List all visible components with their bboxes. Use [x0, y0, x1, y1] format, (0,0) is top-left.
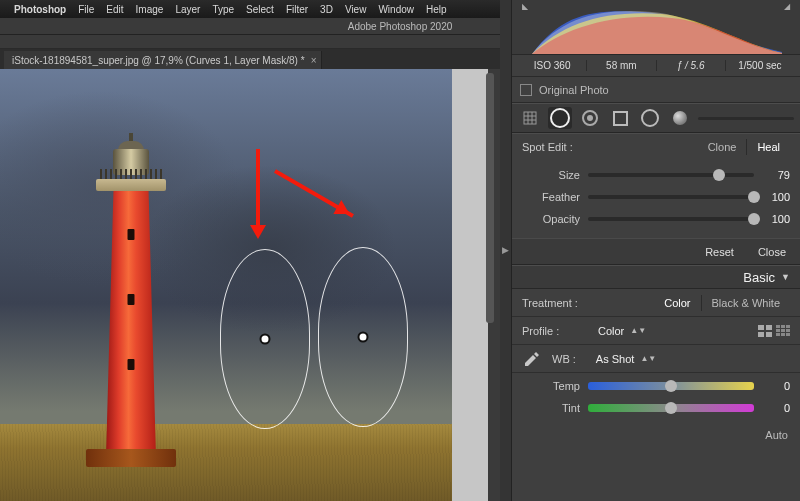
close-tab-icon[interactable]: ×	[311, 55, 317, 66]
app-name[interactable]: Photoshop	[14, 4, 66, 15]
redeye-tool-icon[interactable]	[578, 107, 602, 129]
menu-filter[interactable]: Filter	[286, 4, 308, 15]
treatment-bw[interactable]: Black & White	[701, 295, 790, 311]
canvas-pasteboard	[452, 69, 488, 501]
spot-source-outline[interactable]	[220, 249, 310, 429]
spot-feather-slider[interactable]: Feather 100	[522, 186, 790, 208]
image-lighthouse	[106, 189, 156, 457]
treatment-toggle[interactable]: Color Black & White	[654, 295, 790, 311]
menu-layer[interactable]: Layer	[175, 4, 200, 15]
adjustment-brush-tool-icon[interactable]	[668, 107, 692, 129]
temp-thumb[interactable]	[665, 380, 677, 392]
spot-source-handle[interactable]	[260, 334, 271, 345]
graduated-filter-tool-icon[interactable]	[608, 107, 632, 129]
panel-collapse-rail[interactable]: ▶	[500, 0, 512, 501]
wb-dropdown[interactable]: As Shot ▲▼	[596, 353, 656, 365]
spot-target-handle[interactable]	[358, 332, 369, 343]
spot-feather-label: Feather	[522, 191, 580, 203]
tint-slider[interactable]: Tint 0	[522, 397, 790, 419]
histogram-right-clip-icon[interactable]: ◢	[784, 2, 790, 11]
spot-reset-button[interactable]: Reset	[705, 246, 734, 258]
temp-label: Temp	[522, 380, 580, 392]
document-tab-label: iStock-181894581_super.jpg @ 17,9% (Curv…	[12, 55, 305, 66]
exif-focal: 58 mm	[587, 60, 656, 71]
tint-label: Tint	[522, 402, 580, 414]
collapse-icon: ▼	[781, 272, 790, 282]
canvas-scrollbar-v[interactable]	[488, 69, 500, 501]
menu-3d[interactable]: 3D	[320, 4, 333, 15]
auto-button[interactable]: Auto	[765, 429, 788, 441]
profile-grid-large-icon[interactable]	[758, 325, 772, 337]
auto-button-row: Auto	[512, 427, 800, 447]
spot-opacity-value[interactable]: 100	[762, 213, 790, 225]
window-title: Adobe Photoshop 2020	[348, 21, 453, 32]
histogram-graph	[532, 4, 782, 54]
annotation-arrow-down	[256, 149, 260, 227]
menu-help[interactable]: Help	[426, 4, 447, 15]
menu-view[interactable]: View	[345, 4, 367, 15]
menu-select[interactable]: Select	[246, 4, 274, 15]
menu-edit[interactable]: Edit	[106, 4, 123, 15]
original-photo-toggle[interactable]: Original Photo	[512, 77, 800, 103]
original-photo-label: Original Photo	[539, 84, 609, 96]
spot-size-value[interactable]: 79	[762, 169, 790, 181]
image-lighthouse-top	[96, 141, 166, 191]
profile-label: Profile :	[522, 325, 598, 337]
tool-slider-track[interactable]	[698, 117, 794, 120]
spot-opacity-label: Opacity	[522, 213, 580, 225]
scrollbar-thumb[interactable]	[486, 73, 494, 323]
spot-size-label: Size	[522, 169, 580, 181]
crop-tool-icon[interactable]	[518, 107, 542, 129]
histogram[interactable]: ◣ ◢	[512, 0, 800, 55]
spot-opacity-thumb[interactable]	[748, 213, 760, 225]
spot-close-button[interactable]: Close	[758, 246, 786, 258]
temp-slider[interactable]: Temp 0	[522, 375, 790, 397]
wb-eyedropper-icon[interactable]	[522, 349, 542, 369]
caret-icon: ▲▼	[630, 326, 646, 335]
profile-grid-small-icon[interactable]	[776, 325, 790, 337]
treatment-row: Treatment : Color Black & White	[512, 289, 800, 317]
basic-panel-title: Basic	[743, 270, 775, 285]
wb-label: WB :	[552, 353, 576, 365]
svg-point-6	[587, 115, 593, 121]
profile-value: Color	[598, 325, 624, 337]
menu-type[interactable]: Type	[212, 4, 234, 15]
treatment-color[interactable]: Color	[654, 295, 700, 311]
caret-icon: ▲▼	[640, 354, 656, 363]
image-lighthouse-base	[86, 449, 176, 467]
tint-value[interactable]: 0	[762, 402, 790, 414]
histogram-left-clip-icon[interactable]: ◣	[522, 2, 528, 11]
develop-panel-stack: ▶ ◣ ◢ ISO 360 58 mm ƒ / 5.6 1/500 sec Or…	[500, 0, 800, 501]
svg-rect-0	[524, 112, 536, 124]
spot-edit-panel: Spot Edit : Clone Heal Size 79 Feather 1…	[512, 133, 800, 265]
spot-removal-tool-icon[interactable]	[548, 107, 572, 129]
spot-feather-thumb[interactable]	[748, 191, 760, 203]
spot-opacity-slider[interactable]: Opacity 100	[522, 208, 790, 230]
spot-mode-toggle[interactable]: Clone Heal	[698, 139, 790, 155]
profile-row: Profile : Color ▲▼	[512, 317, 800, 345]
exif-row: ISO 360 58 mm ƒ / 5.6 1/500 sec	[512, 55, 800, 77]
spot-edit-title: Spot Edit :	[522, 141, 573, 153]
local-tools-row	[512, 103, 800, 133]
exif-shutter: 1/500 sec	[726, 60, 794, 71]
spot-target-outline[interactable]	[318, 247, 408, 427]
tint-thumb[interactable]	[665, 402, 677, 414]
canvas[interactable]	[0, 69, 500, 501]
collapse-icon: ▶	[502, 245, 509, 255]
menu-file[interactable]: File	[78, 4, 94, 15]
temp-value[interactable]: 0	[762, 380, 790, 392]
profile-dropdown[interactable]: Color ▲▼	[598, 325, 646, 337]
spot-size-thumb[interactable]	[713, 169, 725, 181]
menu-image[interactable]: Image	[136, 4, 164, 15]
spot-feather-value[interactable]: 100	[762, 191, 790, 203]
document-tab[interactable]: iStock-181894581_super.jpg @ 17,9% (Curv…	[4, 51, 322, 69]
wb-value: As Shot	[596, 353, 635, 365]
menu-window[interactable]: Window	[378, 4, 414, 15]
spot-mode-clone[interactable]: Clone	[698, 139, 747, 155]
basic-panel-header[interactable]: Basic ▼	[512, 265, 800, 289]
spot-mode-heal[interactable]: Heal	[746, 139, 790, 155]
exif-aperture: ƒ / 5.6	[657, 60, 726, 71]
radial-filter-tool-icon[interactable]	[638, 107, 662, 129]
original-photo-checkbox[interactable]	[520, 84, 532, 96]
spot-size-slider[interactable]: Size 79	[522, 164, 790, 186]
